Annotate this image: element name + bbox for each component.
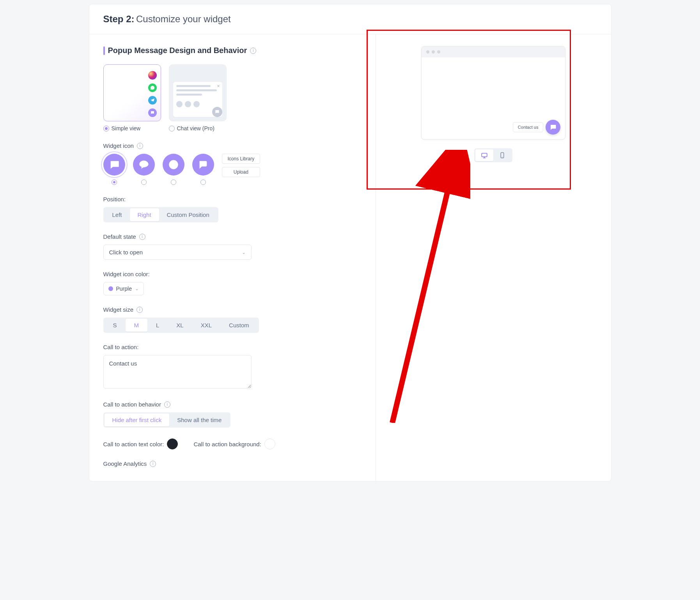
size-l[interactable]: L: [147, 319, 168, 332]
cta-input[interactable]: Contact us: [103, 355, 252, 389]
ga-label: Google Analytics: [103, 460, 147, 467]
info-icon[interactable]: i: [137, 143, 143, 149]
design-option-simple[interactable]: Simple view: [103, 64, 161, 131]
chevron-down-icon: ⌄: [242, 250, 246, 255]
info-icon[interactable]: i: [164, 401, 170, 408]
instagram-icon: [148, 71, 157, 80]
cta-text-color-swatch[interactable]: [167, 438, 178, 449]
icon-option-2[interactable]: [133, 154, 155, 185]
icon-color-select[interactable]: Purple ⌄: [103, 282, 144, 295]
position-label: Position:: [103, 196, 126, 202]
cta-behavior-segment: Hide after first click Show all the time: [103, 412, 231, 428]
position-custom[interactable]: Custom Position: [159, 208, 217, 221]
settings-card: Step 2: Customize your widget Popup Mess…: [89, 4, 611, 481]
design-option-chat[interactable]: × Chat view (Pro): [169, 64, 227, 131]
size-m[interactable]: M: [126, 319, 148, 332]
info-icon[interactable]: i: [150, 461, 156, 467]
preview-pane: Contact us: [376, 34, 611, 481]
info-icon[interactable]: i: [136, 307, 143, 313]
step-title: Customize your widget: [136, 14, 231, 24]
telegram-icon: [148, 96, 157, 105]
size-s[interactable]: S: [105, 319, 126, 332]
size-label: Widget size: [103, 306, 134, 313]
chat-bubble-icon: [212, 107, 222, 117]
color-swatch-purple: [108, 286, 113, 291]
size-xl[interactable]: XL: [168, 319, 192, 332]
cta-behavior-show[interactable]: Show all the time: [169, 414, 229, 426]
size-xxl[interactable]: XXL: [192, 319, 220, 332]
position-left[interactable]: Left: [105, 208, 130, 221]
size-segment: S M L XL XXL Custom: [103, 318, 259, 333]
step-number: Step 2:: [103, 14, 135, 24]
default-state-label: Default state: [103, 233, 136, 240]
chat-icon: [148, 108, 157, 117]
info-icon[interactable]: i: [250, 48, 256, 54]
size-custom[interactable]: Custom: [220, 319, 258, 332]
accent-bar: [103, 46, 105, 55]
cta-bg-label: Call to action background:: [193, 441, 261, 447]
icon-color-label: Widget icon color:: [103, 271, 150, 277]
icon-option-1[interactable]: [103, 154, 125, 185]
radio-simple[interactable]: [103, 126, 109, 131]
default-state-select[interactable]: Click to open ⌄: [103, 245, 252, 260]
cta-label: Call to action:: [103, 344, 139, 350]
svg-line-3: [392, 162, 455, 423]
whatsapp-icon: [148, 83, 157, 92]
annotation-highlight-box: [367, 30, 571, 190]
close-icon: ×: [217, 83, 220, 89]
info-icon[interactable]: i: [139, 234, 145, 240]
chevron-down-icon: ⌄: [135, 286, 139, 291]
section-title: Popup Message Design and Behavior: [108, 46, 247, 55]
icon-option-3[interactable]: [163, 154, 184, 185]
icon-option-4[interactable]: [192, 154, 214, 185]
cta-behavior-label: Call to action behavior: [103, 401, 161, 408]
cta-bg-swatch[interactable]: [264, 438, 275, 449]
annotation-arrow-icon: [381, 150, 470, 423]
radio-simple-label: Simple view: [112, 125, 141, 131]
widget-icon-label: Widget icon: [103, 142, 134, 149]
icons-library-button[interactable]: Icons Library: [222, 154, 261, 164]
cta-text-color-label: Call to action text color:: [103, 441, 164, 447]
radio-chat-label: Chat view (Pro): [177, 125, 214, 131]
radio-icon-3[interactable]: [171, 179, 176, 185]
position-segment: Left Right Custom Position: [103, 207, 218, 222]
radio-icon-2[interactable]: [141, 179, 147, 185]
radio-chat[interactable]: [169, 126, 175, 131]
cta-behavior-hide[interactable]: Hide after first click: [105, 414, 170, 426]
radio-icon-4[interactable]: [200, 179, 206, 185]
upload-button[interactable]: Upload: [222, 167, 261, 177]
radio-icon-1[interactable]: [112, 179, 117, 185]
position-right[interactable]: Right: [130, 208, 159, 221]
settings-form: Popup Message Design and Behavior i: [89, 34, 376, 481]
